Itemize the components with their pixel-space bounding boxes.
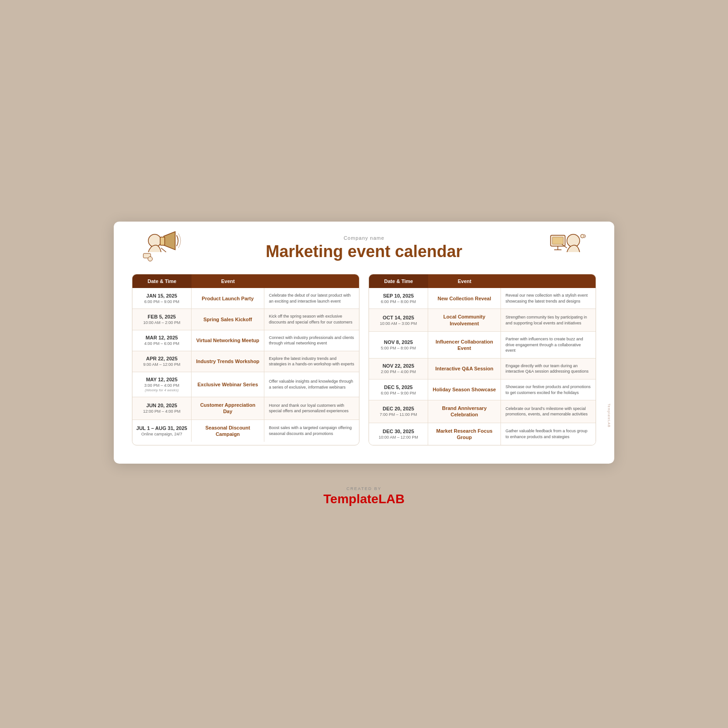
calendar-page: Company name Marketing event calendar [114, 222, 614, 464]
event-desc: Celebrate our brand's milestone with spe… [506, 406, 591, 417]
table-row: DEC 5, 2025 6:00 PM – 9:00 PM Holiday Se… [369, 379, 596, 400]
date-main: DEC 20, 2025 [383, 406, 414, 411]
left-col2-header: Event [192, 274, 264, 288]
date-time: 5:00 PM – 8:00 PM [381, 346, 416, 350]
cell-event: Local Community Involvement [428, 309, 501, 331]
event-name: Product Launch Party [202, 295, 253, 302]
calendar-title: Marketing event calendar [132, 243, 596, 261]
date-main: MAY 12, 2025 [146, 377, 177, 382]
date-time: 7:00 PM – 11:00 PM [379, 412, 417, 417]
svg-point-3 [148, 257, 152, 261]
header-text: Company name Marketing event calendar [132, 235, 596, 261]
cell-event: Holiday Season Showcase [428, 379, 501, 400]
cell-event: Virtual Networking Meetup [192, 330, 264, 351]
header-icon-left [136, 227, 187, 268]
event-name: Seasonal Discount Campaign [195, 425, 260, 438]
event-desc: Strengthen community ties by participati… [506, 314, 591, 326]
cell-event: New Collection Reveal [428, 288, 501, 308]
cell-desc: Kick off the spring season with exclusiv… [264, 309, 359, 329]
cell-desc: Partner with influencers to create buzz … [501, 332, 596, 358]
cell-event: Exclusive Webinar Series [192, 372, 264, 397]
main-grid: Date & Time Event JAN 15, 2025 6:00 PM –… [132, 274, 596, 445]
date-time: 10:00 AM – 12:00 PM [379, 435, 418, 440]
cell-desc: Boost sales with a targeted campaign off… [264, 420, 359, 442]
event-name: Interactive Q&A Session [435, 365, 493, 372]
event-name: Holiday Season Showcase [433, 386, 496, 393]
date-time: Online campaign, 24/7 [141, 432, 182, 436]
event-desc: Offer valuable insights and knowledge th… [269, 379, 354, 390]
cell-date: MAY 12, 2025 3:00 PM – 4:00 PM (Weekly f… [132, 372, 192, 397]
date-time: 2:00 PM – 4:00 PM [381, 369, 416, 374]
event-name: Exclusive Webinar Series [197, 381, 258, 388]
cell-event: Interactive Q&A Session [428, 359, 501, 379]
cell-desc: Gather valuable feedback from a focus gr… [501, 423, 596, 445]
event-name: Industry Trends Workshop [196, 358, 259, 364]
right-table: Date & Time Event SEP 10, 2025 6:00 PM –… [369, 274, 596, 445]
left-col3-header [264, 274, 359, 288]
event-name: Local Community Involvement [432, 313, 497, 327]
date-time: 6:00 PM – 9:00 PM [144, 299, 179, 304]
cell-date: DEC 5, 2025 6:00 PM – 9:00 PM [369, 379, 428, 400]
cell-desc: Strengthen community ties by participati… [501, 309, 596, 331]
cell-desc: Engage directly with our team during an … [501, 359, 596, 379]
table-row: DEC 30, 2025 10:00 AM – 12:00 PM Market … [369, 423, 596, 445]
date-time: 10:00 AM – 2:00 PM [143, 320, 181, 325]
event-desc: Honor and thank our loyal customers with… [269, 403, 354, 414]
event-name: Brand Anniversary Celebration [432, 405, 497, 418]
cell-date: NOV 22, 2025 2:00 PM – 4:00 PM [369, 359, 428, 379]
date-main: MAR 12, 2025 [146, 335, 178, 340]
table-row: OCT 14, 2025 10:00 AM – 3:00 PM Local Co… [369, 308, 596, 331]
right-col1-header: Date & Time [369, 274, 428, 288]
table-row: NOV 22, 2025 2:00 PM – 4:00 PM Interacti… [369, 358, 596, 379]
cell-date: SEP 10, 2025 6:00 PM – 8:00 PM [369, 288, 428, 308]
right-col2-header: Event [428, 274, 501, 288]
event-name: Customer Appreciation Day [195, 402, 260, 415]
right-table-header: Date & Time Event [369, 274, 596, 288]
event-name: Spring Sales Kickoff [203, 316, 252, 323]
date-time: 12:00 PM – 4:00 PM [143, 409, 180, 414]
cell-date: DEC 30, 2025 10:00 AM – 12:00 PM [369, 423, 428, 445]
date-main: JAN 15, 2025 [147, 293, 177, 298]
cell-date: JUL 1 – AUG 31, 2025 Online campaign, 24… [132, 420, 192, 442]
event-desc: Gather valuable feedback from a focus gr… [506, 428, 591, 440]
template-text: Template [324, 492, 379, 506]
date-main: APR 22, 2025 [146, 356, 177, 361]
cell-date: MAR 12, 2025 4:00 PM – 6:00 PM [132, 330, 192, 351]
event-desc: Boost sales with a targeted campaign off… [269, 425, 354, 436]
date-time: 6:00 PM – 9:00 PM [381, 391, 416, 395]
table-row: JAN 15, 2025 6:00 PM – 9:00 PM Product L… [132, 288, 359, 308]
cell-event: Spring Sales Kickoff [192, 309, 264, 329]
table-row: DEC 20, 2025 7:00 PM – 11:00 PM Brand An… [369, 400, 596, 423]
event-name: Influencer Collaboration Event [432, 339, 497, 352]
table-row: JUN 20, 2025 12:00 PM – 4:00 PM Customer… [132, 397, 359, 420]
event-desc: Celebrate the debut of our latest produc… [269, 293, 354, 304]
svg-rect-6 [552, 237, 563, 244]
cell-desc: Honor and thank our loyal customers with… [264, 397, 359, 420]
date-time: 10:00 AM – 3:00 PM [380, 321, 417, 326]
header-icon-right [541, 227, 592, 268]
cell-event: Influencer Collaboration Event [428, 332, 501, 358]
event-name: Market Research Focus Group [432, 428, 497, 441]
cell-desc: Celebrate the debut of our latest produc… [264, 288, 359, 308]
left-rows: JAN 15, 2025 6:00 PM – 9:00 PM Product L… [132, 288, 359, 442]
event-desc: Engage directly with our team during an … [506, 363, 591, 374]
right-col3-header [501, 274, 596, 288]
event-desc: Connect with industry professionals and … [269, 335, 354, 346]
date-main: OCT 14, 2025 [383, 315, 414, 320]
cell-date: APR 22, 2025 9:00 AM – 12:00 PM [132, 351, 192, 372]
created-by-label: CREATED BY [324, 486, 404, 491]
event-name: Virtual Networking Meetup [196, 337, 259, 344]
company-name: Company name [132, 235, 596, 241]
date-main: DEC 5, 2025 [384, 384, 413, 390]
brand-name: TemplateLAB [324, 492, 404, 506]
event-desc: Reveal our new collection with a stylish… [506, 293, 591, 304]
cell-date: NOV 8, 2025 5:00 PM – 8:00 PM [369, 332, 428, 358]
date-main: DEC 30, 2025 [383, 429, 414, 434]
cell-event: Seasonal Discount Campaign [192, 420, 264, 442]
cell-desc: Offer valuable insights and knowledge th… [264, 372, 359, 397]
cell-desc: Showcase our festive products and promot… [501, 379, 596, 400]
left-table: Date & Time Event JAN 15, 2025 6:00 PM –… [132, 274, 359, 445]
cell-date: OCT 14, 2025 10:00 AM – 3:00 PM [369, 309, 428, 331]
left-table-header: Date & Time Event [132, 274, 359, 288]
cell-desc: Explore the latest industry trends and s… [264, 351, 359, 372]
